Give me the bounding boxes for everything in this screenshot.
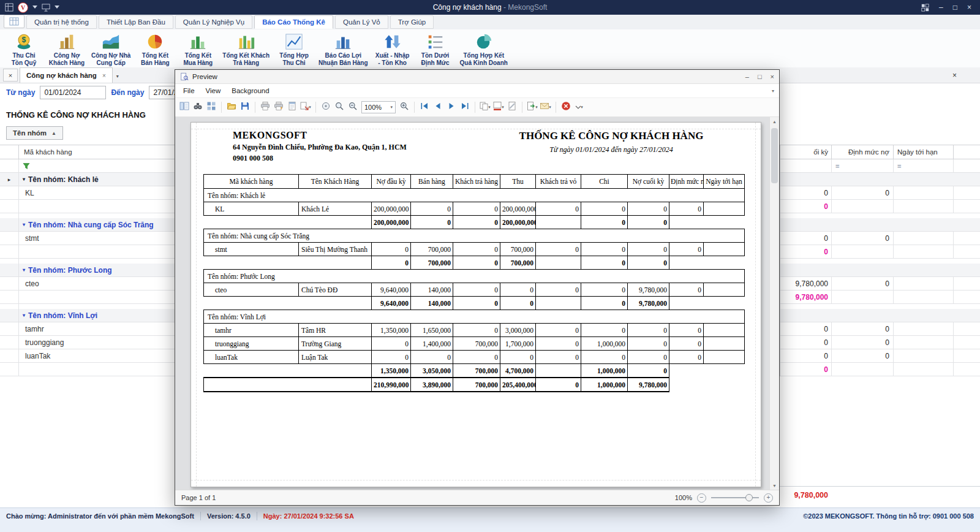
tabstrip-right-close-icon[interactable]: ×	[952, 71, 957, 80]
grid-row-cteo-values[interactable]: 9,780,0000	[780, 277, 980, 291]
close-icon[interactable]: ×	[967, 4, 971, 11]
app-grid-icon[interactable]	[5, 3, 13, 12]
scrollbar-up-icon[interactable]: ▲	[770, 117, 779, 126]
grid-row-stmt-values[interactable]: 00	[780, 232, 980, 245]
zoom-out-button[interactable]	[347, 101, 359, 114]
grid-row-cteo[interactable]: cteo	[0, 277, 175, 291]
scale-button[interactable]: ▾	[300, 101, 312, 114]
grid-group-row-values[interactable]	[780, 309, 980, 322]
ribbon-item-xuất-nhập-tồn-kho[interactable]: Xuất - Nhập- Tồn Kho	[371, 32, 414, 66]
menubar-caret-icon[interactable]: ▾	[772, 88, 774, 94]
tabstrip-close-button[interactable]: ×	[3, 69, 18, 82]
grid-row-stmt[interactable]: stmt	[0, 232, 175, 245]
page-color-button[interactable]: ▾	[492, 101, 505, 114]
grid-row-tamhr-values[interactable]: 00	[780, 322, 980, 336]
grid-group-row[interactable]: ▸▾Tên nhóm: Khách lẻ	[0, 173, 175, 186]
hand-tool-button[interactable]	[320, 101, 332, 114]
grid-group-row[interactable]: ▾Tên nhóm: Nhà cung cấp Sóc Trăng	[0, 218, 175, 232]
zoom-slider-knob[interactable]	[745, 494, 753, 501]
document-tab-cong-no-khach-hang[interactable]: Công nợ khách hàng ×	[20, 67, 113, 83]
document-map-button[interactable]	[178, 101, 190, 114]
scrollbar-thumb[interactable]	[771, 128, 778, 183]
menu-background[interactable]: Background	[226, 86, 274, 96]
minimize-icon[interactable]: –	[939, 4, 943, 11]
print-button[interactable]	[259, 101, 271, 114]
menu-file[interactable]: File	[178, 86, 200, 96]
more-button[interactable]: ▾	[573, 101, 586, 114]
ribbon-tab-thiết-lập-ban-đầu[interactable]: Thiết Lập Ban Đầu	[99, 15, 173, 29]
ribbon-item-tổng-kết-khách-trả-hàng[interactable]: Tổng Kết KháchTrả Hàng	[219, 32, 273, 66]
search-button[interactable]	[192, 101, 204, 114]
grid-row-KL-values[interactable]: 00	[780, 186, 980, 200]
grid-group-row[interactable]: ▾Tên nhóm: Phước Long	[0, 264, 175, 277]
column-header-ma-khach-hang[interactable]: Mã khách hàng	[19, 145, 175, 159]
magnifier-button[interactable]	[333, 101, 345, 114]
grid-row-tamhr[interactable]: tamhr	[0, 322, 175, 336]
last-page-button[interactable]	[459, 101, 471, 114]
send-button[interactable]: ▾	[540, 101, 552, 114]
filter-cell[interactable]: =	[894, 159, 954, 172]
document-tab-close-icon[interactable]: ×	[102, 72, 106, 79]
grid-group-row[interactable]: ▾Tên nhóm: Vĩnh Lợi	[0, 309, 175, 322]
ribbon-tab-quản-lý-vỏ[interactable]: Quản Lý Vỏ	[335, 15, 388, 29]
grid-group-row-values[interactable]	[780, 264, 980, 277]
group-by-chip[interactable]: Tên nhóm ▲	[6, 126, 63, 140]
menu-view[interactable]: View	[200, 86, 227, 96]
open-button[interactable]	[225, 101, 238, 114]
grid-row-luanTak-values[interactable]: 00	[780, 349, 980, 363]
ribbon-item-tổng-hợp-thu-chi[interactable]: Tổng HợpThu Chi	[273, 32, 315, 66]
grid-row-truonggiang-values[interactable]: 00	[780, 336, 980, 349]
quick-print-button[interactable]	[273, 101, 285, 114]
from-date-input[interactable]: 01/01/2024	[40, 86, 106, 99]
zoom-slider[interactable]	[711, 497, 759, 498]
grid-row-truonggiang[interactable]: truonggiang	[0, 336, 175, 349]
grid-group-row-values[interactable]	[780, 173, 980, 186]
ribbon-item-báo-cáo-lợi-nhuận-bán-hàng[interactable]: Báo Cáo LợiNhuận Bán Hàng	[315, 32, 371, 66]
ribbon-item-tổng-hợp-kết-quả-kinh-doanh[interactable]: Tổng Hợp KếtQuả Kinh Doanh	[457, 32, 511, 66]
preview-close-icon[interactable]: ×	[771, 73, 774, 80]
caret-down-icon[interactable]	[55, 6, 59, 9]
filter-funnel-icon[interactable]	[23, 162, 30, 170]
ribbon-item-công-nợ-khách-hàng[interactable]: Công NợKhách Hàng	[45, 32, 88, 66]
collapse-caret-icon[interactable]: ▾	[23, 222, 25, 227]
collapse-caret-icon[interactable]: ▾	[23, 267, 25, 273]
preview-titlebar[interactable]: Preview – □ ×	[175, 70, 779, 84]
multi-page-button[interactable]: ▾	[479, 101, 491, 114]
ribbon-tab-quản-trị-hệ-thống[interactable]: Quản trị hệ thống	[26, 15, 97, 29]
scrollbar-down-icon[interactable]: ▼	[770, 481, 779, 490]
ribbon-item-tồn-dưới-định-mức[interactable]: Tồn DướiĐịnh Mức	[414, 32, 457, 66]
zoom-minus-button[interactable]: −	[697, 493, 706, 503]
app-menu-button[interactable]	[4, 15, 24, 28]
next-page-button[interactable]	[445, 101, 458, 114]
prev-page-button[interactable]	[432, 101, 444, 114]
tab-list-caret-icon[interactable]: ▾	[116, 74, 119, 79]
watermark-button[interactable]	[506, 101, 518, 114]
ribbon-item-công-nợ-nhà-cung-cấp[interactable]: Công Nợ NhàCung Cấp	[88, 32, 134, 66]
zoom-plus-button[interactable]: +	[764, 493, 773, 503]
scrollbar-track[interactable]	[770, 126, 779, 481]
close-preview-button[interactable]	[560, 101, 572, 114]
preview-vertical-scrollbar[interactable]: ▲ ▼	[769, 117, 779, 490]
column-header-no-cuoi-ky[interactable]: ối kỳ	[780, 145, 832, 159]
grid-group-row-values[interactable]	[780, 218, 980, 232]
caret-down-icon[interactable]	[32, 6, 37, 9]
ribbon-item-thu-chi-tồn-quỹ[interactable]: $Thu ChiTồn Quỹ	[2, 32, 45, 66]
thumbnails-button[interactable]	[205, 101, 217, 114]
collapse-caret-icon[interactable]: ▾	[23, 313, 25, 318]
ribbon-tab-báo-cáo-thống-kê[interactable]: Báo Cáo Thống Kê	[254, 15, 333, 29]
zoom-level-select[interactable]: 100%▾	[361, 101, 396, 113]
ribbon-item-tổng-kết-bán-hàng[interactable]: Tổng KếtBán Hàng	[134, 32, 176, 66]
zoom-in-button[interactable]	[398, 101, 410, 114]
filter-cell[interactable]	[780, 159, 832, 172]
maximize-icon[interactable]: □	[953, 4, 957, 11]
monitor-icon[interactable]	[42, 4, 50, 12]
save-button[interactable]	[239, 101, 251, 114]
preview-minimize-icon[interactable]: –	[745, 73, 749, 80]
preview-maximize-icon[interactable]: □	[758, 73, 762, 80]
ribbon-tab-trợ-giúp[interactable]: Trợ Giúp	[390, 15, 434, 29]
grid-row-KL[interactable]: KL	[0, 186, 175, 200]
column-header-ngay-toi-han[interactable]: Ngày tới hạn	[894, 145, 954, 159]
page-setup-button[interactable]	[286, 101, 298, 114]
first-page-button[interactable]	[418, 101, 431, 114]
collapse-caret-icon[interactable]: ▾	[23, 177, 25, 182]
